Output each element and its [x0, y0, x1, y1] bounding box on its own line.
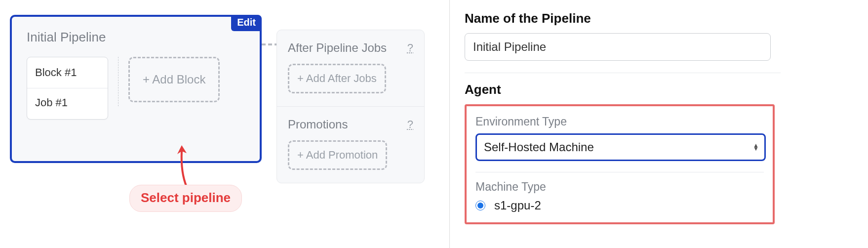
pipeline-title: Initial Pipeline	[27, 30, 245, 45]
help-icon[interactable]: ?	[407, 41, 413, 54]
arrow-icon	[173, 143, 193, 188]
help-icon[interactable]: ?	[407, 118, 413, 131]
machine-type-label: Machine Type	[475, 180, 764, 194]
block-card[interactable]: Block #1 Job #1	[27, 57, 108, 120]
horizontal-divider	[475, 172, 764, 172]
add-block-button[interactable]: + Add Block	[128, 57, 220, 102]
add-after-jobs-button[interactable]: + Add After Jobs	[288, 64, 386, 93]
promotions-title: Promotions	[288, 118, 348, 131]
side-column: After Pipeline Jobs ? + Add After Jobs P…	[276, 30, 425, 183]
pipeline-card[interactable]: Edit Initial Pipeline Block #1 Job #1 + …	[10, 15, 262, 163]
agent-label: Agent	[465, 82, 853, 97]
promotions-section: Promotions ? + Add Promotion	[277, 106, 424, 183]
pipeline-name-input[interactable]	[465, 33, 771, 61]
block-name: Block #1	[27, 57, 108, 88]
after-pipeline-title: After Pipeline Jobs	[288, 41, 387, 55]
machine-type-radio[interactable]	[475, 201, 485, 210]
select-pipeline-callout: Select pipeline	[129, 185, 242, 212]
machine-type-option[interactable]: s1-gpu-2	[475, 199, 764, 212]
name-label: Name of the Pipeline	[465, 11, 853, 26]
agent-highlight-box: Environment Type Self-Hosted Machine ▲▼ …	[465, 104, 775, 224]
job-name: Job #1	[27, 88, 108, 119]
env-type-value: Self-Hosted Machine	[484, 140, 594, 154]
env-type-label: Environment Type	[475, 115, 764, 128]
chevron-updown-icon: ▲▼	[753, 144, 759, 151]
edit-badge[interactable]: Edit	[231, 15, 262, 31]
vertical-divider	[118, 57, 118, 106]
env-type-select[interactable]: Self-Hosted Machine	[475, 133, 766, 161]
machine-type-value: s1-gpu-2	[494, 199, 541, 212]
connector-line	[262, 43, 278, 45]
after-pipeline-section: After Pipeline Jobs ? + Add After Jobs	[277, 30, 424, 106]
horizontal-divider	[465, 73, 781, 73]
settings-panel: Name of the Pipeline Agent Environment T…	[449, 0, 868, 248]
add-promotion-button[interactable]: + Add Promotion	[288, 140, 387, 170]
